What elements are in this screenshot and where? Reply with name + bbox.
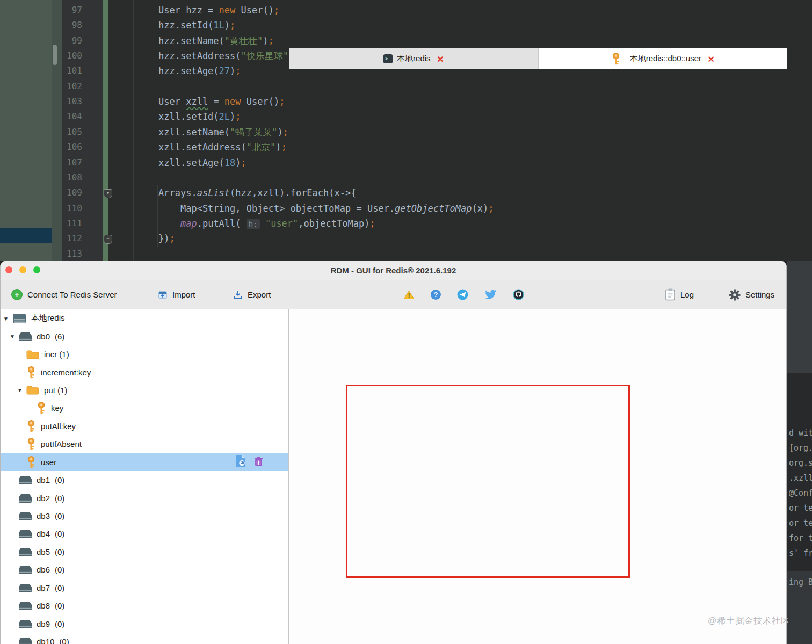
tree-item-db4[interactable]: db4(0) — [1, 525, 288, 542]
import-label: Import — [172, 290, 195, 299]
copy-key-icon — [235, 454, 247, 468]
settings-button[interactable]: Settings — [729, 280, 774, 309]
tree-item-db0[interactable]: ▼db0(6) — [1, 327, 288, 345]
line-number: 111 — [48, 216, 82, 231]
key-icon — [37, 402, 46, 414]
tree-item-db2[interactable]: db2(0) — [1, 489, 288, 506]
tree-item-putIfAbsent[interactable]: putIfAbsent — [1, 435, 288, 453]
database-icon — [19, 494, 32, 503]
tree-item-db7[interactable]: db7(0) — [1, 579, 288, 597]
close-tab-icon[interactable]: × — [437, 53, 444, 64]
line-number: 108 — [48, 170, 82, 185]
code-lines: 97User hzz = new User();98hzz.setId(1L);… — [0, 0, 812, 261]
tree-item-db10[interactable]: db10(0) — [1, 633, 288, 644]
tree-item-incr (1)[interactable]: incr (1) — [1, 345, 288, 363]
tree-item-label: incr (1) — [44, 350, 69, 359]
github-icon[interactable] — [513, 289, 524, 300]
line-number: 102 — [48, 79, 82, 94]
code-line-103[interactable]: 103User xzll = new User(); — [0, 94, 812, 109]
line-number: 99 — [48, 33, 82, 48]
code-line-108[interactable]: 108 — [0, 170, 812, 185]
twitter-icon[interactable] — [484, 290, 497, 300]
window-titlebar[interactable]: RDM - GUI for Redis® 2021.6.192 — [1, 261, 786, 280]
code-line-106[interactable]: 106xzll.setAddress("北京"); — [0, 140, 812, 155]
tab-server[interactable]: >_ 本地redis × — [289, 48, 539, 69]
console-panel-behind: d wit[org.org.s.xzll@Confor teor tefor t… — [787, 261, 812, 644]
console-line: s' fr — [789, 548, 812, 558]
tree-item-db1[interactable]: db1(0) — [1, 471, 288, 489]
database-icon — [19, 637, 32, 644]
editor-margin-line — [804, 0, 804, 644]
code-line-111[interactable]: 111 map.putAll( h: "user",objectToMap); — [0, 216, 812, 231]
database-icon — [19, 565, 32, 574]
tree-item-count: (0) — [55, 475, 64, 484]
tree-item-db3[interactable]: db3(0) — [1, 507, 288, 525]
console-line: @Conf — [789, 488, 812, 498]
code-line-105[interactable]: 105xzll.setName("蝎子莱莱"); — [0, 125, 812, 140]
console-panel-top — [787, 261, 812, 373]
code-text: User xzll = new User(); — [158, 94, 285, 109]
code-text: Arrays.asList(hzz,xzll).forEach(x->{ — [158, 185, 356, 200]
code-line-99[interactable]: 99hzz.setName("黄壮壮"); — [0, 33, 812, 48]
log-clipboard-icon — [665, 288, 676, 301]
code-line-104[interactable]: 104xzll.setId(2L); — [0, 109, 812, 124]
code-line-102[interactable]: 102 — [0, 79, 812, 94]
code-line-98[interactable]: 98hzz.setId(1L); — [0, 18, 812, 33]
log-button[interactable]: Log — [665, 280, 694, 309]
close-tab-icon[interactable]: × — [708, 53, 714, 64]
tree-item-本地redis[interactable]: ▼本地redis — [1, 309, 288, 327]
console-line: for t — [789, 533, 812, 543]
folder-icon — [26, 350, 39, 359]
console-status-line: ing Bo — [789, 577, 812, 587]
database-icon — [19, 619, 32, 628]
tree-item-db8[interactable]: db8(0) — [1, 597, 288, 614]
line-number: 112 — [48, 231, 82, 246]
tree-item-label: db6 — [37, 565, 50, 574]
code-line-109[interactable]: 109▾Arrays.asList(hzz,xzll).forEach(x->{ — [0, 185, 812, 200]
expand-arrow-icon[interactable]: ▼ — [17, 387, 23, 393]
tree-item-increment:key[interactable]: increment:key — [1, 363, 288, 381]
code-text: hzz.setAge(27); — [158, 63, 241, 78]
database-icon — [19, 547, 32, 556]
tree-item-key[interactable]: key — [1, 399, 288, 417]
log-label: Log — [680, 290, 694, 299]
tree-item-db5[interactable]: db5(0) — [1, 543, 288, 561]
export-button[interactable]: Export — [233, 280, 271, 309]
line-number: 103 — [48, 94, 82, 109]
expand-arrow-icon[interactable]: ▼ — [3, 315, 9, 321]
copy-key-button[interactable] — [235, 454, 247, 469]
telegram-icon[interactable] — [457, 289, 468, 300]
tree-item-count: (0) — [55, 565, 64, 574]
code-text: xzll.setName("蝎子莱莱"); — [158, 125, 288, 140]
code-line-110[interactable]: 110 Map<String, Object> objectToMap = Us… — [0, 201, 812, 216]
code-text: hzz.setAddress("快乐星球"); — [158, 48, 300, 63]
tree-item-put (1)[interactable]: ▼put (1) — [1, 381, 288, 399]
warning-icon[interactable]: ! — [403, 290, 415, 300]
fold-marker-icon[interactable]: − — [104, 235, 112, 244]
expand-arrow-icon[interactable]: ▼ — [10, 334, 15, 339]
line-number: 113 — [48, 247, 82, 262]
tree-item-putAll:key[interactable]: putAll:key — [1, 417, 288, 435]
export-label: Export — [248, 290, 271, 299]
code-line-97[interactable]: 97User hzz = new User(); — [0, 3, 812, 18]
tree-item-user[interactable]: user — [1, 453, 288, 471]
help-icon[interactable]: ? — [431, 290, 441, 300]
tree-item-db6[interactable]: db6(0) — [1, 561, 288, 578]
code-line-113[interactable]: 113 — [0, 247, 812, 262]
delete-key-button-inline[interactable] — [255, 457, 263, 468]
line-number: 110 — [48, 201, 82, 216]
fold-marker-icon[interactable]: ▾ — [104, 189, 112, 198]
console-line: org.s — [789, 458, 812, 468]
tree-item-db9[interactable]: db9(0) — [1, 614, 288, 632]
line-number: 105 — [48, 125, 82, 140]
key-icon — [611, 53, 621, 65]
code-line-107[interactable]: 107xzll.setAge(18); — [0, 155, 812, 170]
tree-item-label: db10 — [37, 637, 54, 644]
code-line-112[interactable]: 112−}); — [0, 231, 812, 246]
console-line: .xzll — [789, 473, 812, 483]
connect-to-redis-server-button[interactable]: + Connect To Redis Server — [11, 280, 117, 309]
import-button[interactable]: Import — [158, 280, 195, 309]
tab-key-user[interactable]: 本地redis::db0::user × — [539, 48, 787, 69]
screen: 97User hzz = new User();98hzz.setId(1L);… — [0, 0, 812, 644]
tree-item-label: db8 — [37, 601, 50, 610]
